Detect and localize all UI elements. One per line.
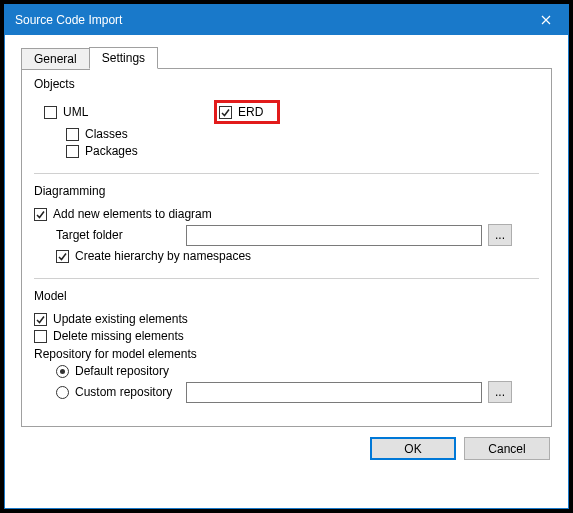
divider <box>34 173 539 174</box>
label-uml[interactable]: UML <box>63 105 88 119</box>
label-repository: Repository for model elements <box>34 347 539 361</box>
client-area: General Settings Objects UML <box>5 35 568 472</box>
dialog-window: Source Code Import General Settings Obje… <box>4 4 569 509</box>
ok-button[interactable]: OK <box>370 437 456 460</box>
checkbox-add-new-elements[interactable] <box>34 208 47 221</box>
group-diagramming-label: Diagramming <box>34 184 539 198</box>
checkbox-classes[interactable] <box>66 128 79 141</box>
browse-custom-repository-button[interactable]: ... <box>488 381 512 403</box>
label-default-repository[interactable]: Default repository <box>75 364 169 378</box>
radio-custom-repository[interactable] <box>56 386 69 399</box>
checkbox-create-hierarchy[interactable] <box>56 250 69 263</box>
tab-panel-settings: Objects UML ERD <box>21 68 552 427</box>
tab-strip: General Settings <box>21 47 552 69</box>
input-custom-repository[interactable] <box>186 382 482 403</box>
label-update-existing[interactable]: Update existing elements <box>53 312 188 326</box>
close-button[interactable] <box>523 5 568 35</box>
group-objects-label: Objects <box>34 77 539 91</box>
close-icon <box>541 15 551 25</box>
group-diagramming: Diagramming Add new elements to diagram … <box>34 184 539 279</box>
radio-default-repository[interactable] <box>56 365 69 378</box>
checkbox-delete-missing[interactable] <box>34 330 47 343</box>
checkbox-packages[interactable] <box>66 145 79 158</box>
input-target-folder[interactable] <box>186 225 482 246</box>
label-classes[interactable]: Classes <box>85 127 128 141</box>
label-add-new-elements[interactable]: Add new elements to diagram <box>53 207 212 221</box>
highlight-erd: ERD <box>214 100 280 124</box>
group-model: Model Update existing elements Delete mi… <box>34 289 539 412</box>
label-erd[interactable]: ERD <box>238 105 263 119</box>
group-objects: Objects UML ERD <box>34 77 539 174</box>
window-title: Source Code Import <box>15 13 523 27</box>
checkbox-erd[interactable] <box>219 106 232 119</box>
checkbox-uml[interactable] <box>44 106 57 119</box>
browse-target-folder-button[interactable]: ... <box>488 224 512 246</box>
dialog-footer: OK Cancel <box>21 437 552 460</box>
label-custom-repository[interactable]: Custom repository <box>75 385 186 399</box>
checkbox-update-existing[interactable] <box>34 313 47 326</box>
cancel-button[interactable]: Cancel <box>464 437 550 460</box>
label-target-folder: Target folder <box>56 228 186 242</box>
group-model-label: Model <box>34 289 539 303</box>
divider <box>34 278 539 279</box>
label-delete-missing[interactable]: Delete missing elements <box>53 329 184 343</box>
titlebar: Source Code Import <box>5 5 568 35</box>
label-create-hierarchy[interactable]: Create hierarchy by namespaces <box>75 249 251 263</box>
tab-general[interactable]: General <box>21 48 90 70</box>
tab-settings[interactable]: Settings <box>89 47 158 69</box>
label-packages[interactable]: Packages <box>85 144 138 158</box>
